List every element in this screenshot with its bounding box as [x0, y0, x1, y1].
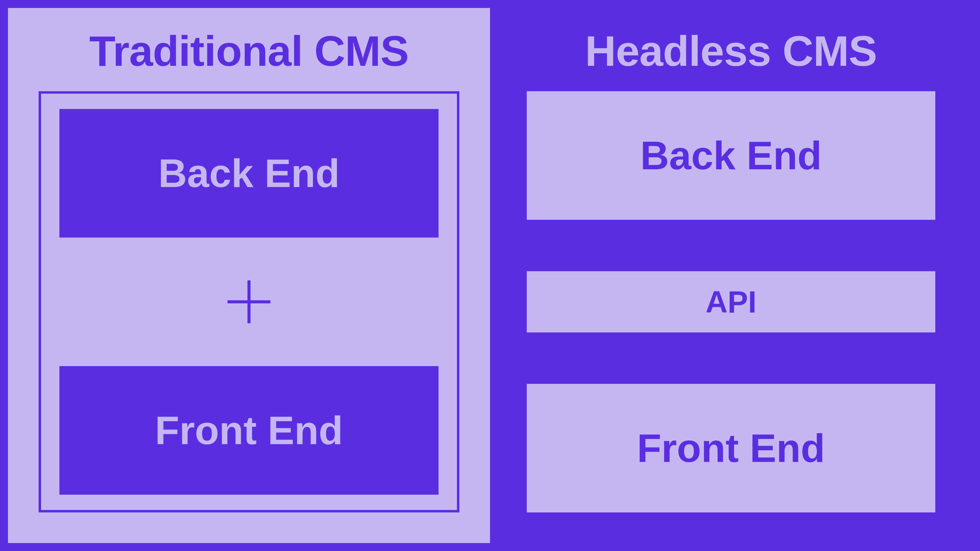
frontend-box: Front End	[59, 366, 439, 495]
plus-icon	[228, 280, 270, 323]
headless-title: Headless CMS	[585, 26, 877, 76]
backend-box: Back End	[59, 109, 439, 238]
frontend-box: Front End	[527, 384, 935, 513]
headless-cms-panel: Headless CMS Back End API Front End	[490, 8, 972, 543]
headless-stack: Back End API Front End	[527, 91, 935, 513]
traditional-bundle-box: Back End Front End	[38, 91, 460, 513]
diagram-canvas: Traditional CMS Back End Front End Headl…	[0, 0, 980, 551]
api-box: API	[527, 271, 935, 332]
plus-icon-wrap	[228, 277, 270, 326]
backend-box: Back End	[527, 91, 935, 220]
traditional-title: Traditional CMS	[89, 26, 409, 76]
traditional-cms-panel: Traditional CMS Back End Front End	[8, 8, 490, 543]
